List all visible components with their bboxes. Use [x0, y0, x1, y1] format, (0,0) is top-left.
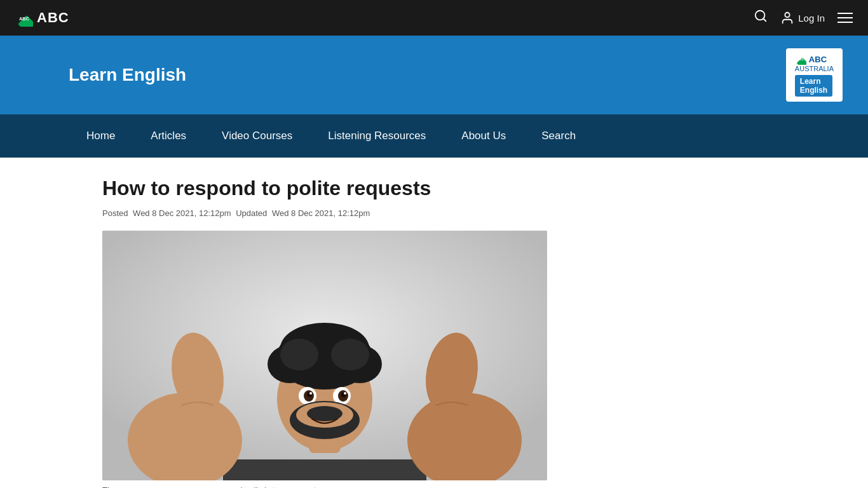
hamburger-line-3	[837, 22, 853, 23]
abc-aus-subtitle: AUSTRALIA	[795, 65, 834, 72]
svg-point-17	[280, 339, 318, 370]
nav-item-search[interactable]: Search	[524, 114, 593, 158]
abc-aus-text: ABC	[809, 55, 827, 64]
top-bar: ABC ABC Log In	[0, 0, 868, 36]
abc-aus-logo-row: ABC ABC	[795, 53, 827, 65]
main-content: How to respond to polite requests Posted…	[34, 175, 834, 488]
nav-item-home[interactable]: Home	[69, 114, 133, 158]
updated-label: Updated	[236, 208, 267, 218]
hamburger-line-2	[837, 17, 853, 18]
abc-wordmark: ABC	[37, 10, 69, 26]
article-image-caption: There are many ways we can respond polit…	[102, 485, 766, 488]
search-icon[interactable]	[754, 9, 768, 27]
article-image	[102, 231, 547, 480]
updated-date: Wed 8 Dec 2021, 12:12pm	[272, 208, 370, 218]
abc-logo[interactable]: ABC ABC	[15, 9, 69, 27]
site-header: Learn English ABC ABC AUSTRALIA LearnEng…	[0, 36, 868, 114]
svg-rect-10	[223, 459, 426, 480]
svg-point-18	[331, 339, 369, 370]
abc-diamond-icon: ABC	[15, 9, 33, 27]
svg-point-26	[344, 392, 346, 395]
svg-line-3	[764, 18, 766, 21]
site-title-text: Learn English	[69, 65, 186, 85]
svg-point-4	[785, 13, 790, 17]
nav-item-about-us[interactable]: About Us	[444, 114, 524, 158]
site-title[interactable]: Learn English	[69, 65, 186, 85]
login-button[interactable]: Log In	[780, 11, 825, 25]
svg-text:ABC: ABC	[19, 16, 30, 22]
learn-english-badge: LearnEnglish	[795, 75, 832, 97]
nav-item-listening-resources[interactable]: Listening Resources	[310, 114, 444, 158]
main-navigation: Home Articles Video Courses Listening Re…	[0, 114, 868, 158]
abc-aus-diamond-icon: ABC	[795, 53, 806, 65]
svg-point-25	[309, 392, 312, 395]
abc-australia-logo[interactable]: ABC ABC AUSTRALIA LearnEnglish	[786, 48, 843, 102]
posted-date: Wed 8 Dec 2021, 12:12pm	[133, 208, 231, 218]
article-title: How to respond to polite requests	[102, 175, 766, 201]
nav-item-articles[interactable]: Articles	[133, 114, 204, 158]
user-icon	[780, 11, 794, 25]
svg-text:ABC: ABC	[797, 58, 804, 61]
hamburger-menu-button[interactable]	[837, 13, 853, 23]
top-bar-actions: Log In	[754, 9, 853, 27]
hamburger-line-1	[837, 13, 853, 14]
posted-label: Posted	[102, 208, 128, 218]
login-label: Log In	[798, 13, 825, 24]
nav-item-video-courses[interactable]: Video Courses	[204, 114, 310, 158]
logo-area: ABC ABC	[15, 9, 69, 27]
article-hero-svg	[102, 231, 547, 480]
article-meta: Posted Wed 8 Dec 2021, 12:12pm Updated W…	[102, 208, 766, 218]
